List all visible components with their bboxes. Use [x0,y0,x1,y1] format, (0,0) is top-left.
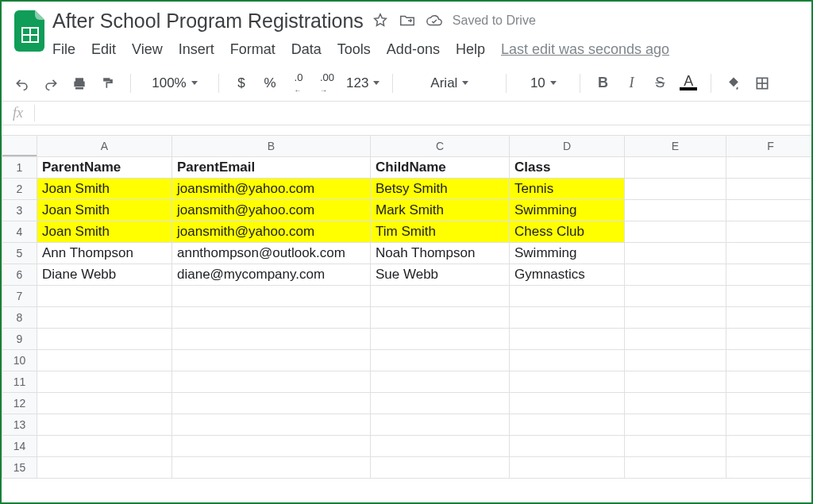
column-header-A[interactable]: A [37,136,172,157]
cell-B3[interactable]: joansmith@yahoo.com [172,200,371,221]
cell-E11[interactable] [625,371,726,393]
cell-F1[interactable] [726,157,812,179]
row-header[interactable]: 9 [2,329,37,350]
cell-B9[interactable] [172,329,371,350]
cell-F7[interactable] [726,286,812,307]
cell-D6[interactable]: Gymnastics [510,264,625,286]
cell-E7[interactable] [625,286,726,307]
cell-D12[interactable] [510,393,625,414]
cell-D1[interactable]: Class [510,157,625,179]
menu-tools[interactable]: Tools [337,41,371,58]
cell-F15[interactable] [726,457,812,479]
cell-C4[interactable]: Tim Smith [371,221,510,243]
cell-A11[interactable] [37,371,172,393]
cell-C6[interactable]: Sue Webb [371,264,510,286]
cell-B11[interactable] [172,371,371,393]
cell-F3[interactable] [726,200,812,221]
column-header-E[interactable]: E [625,136,726,157]
cell-A12[interactable] [37,393,172,414]
row-header[interactable]: 15 [2,457,37,479]
cell-C9[interactable] [371,329,510,350]
cell-F11[interactable] [726,371,812,393]
cell-B4[interactable]: joansmith@yahoo.com [172,221,371,243]
cell-F2[interactable] [726,179,812,200]
cell-D15[interactable] [510,457,625,479]
cell-D3[interactable]: Swimming [510,200,625,221]
cell-A2[interactable]: Joan Smith [37,179,172,200]
cell-E3[interactable] [625,200,726,221]
cell-C13[interactable] [371,414,510,436]
cell-F10[interactable] [726,350,812,371]
font-family-dropdown[interactable]: Arial [406,72,493,94]
cell-B1[interactable]: ParentEmail [172,157,371,179]
select-all-corner[interactable] [2,136,37,157]
column-header-C[interactable]: C [371,136,510,157]
menu-help[interactable]: Help [456,41,485,58]
cell-D4[interactable]: Chess Club [510,221,625,243]
row-header[interactable]: 8 [2,307,37,329]
cell-E6[interactable] [625,264,726,286]
currency-button[interactable]: $ [232,72,251,94]
cell-C5[interactable]: Noah Thompson [371,243,510,264]
star-icon[interactable] [372,12,389,29]
cell-B10[interactable] [172,350,371,371]
increase-decimals-button[interactable]: .00→ [318,72,337,94]
cell-D9[interactable] [510,329,625,350]
cell-B8[interactable] [172,307,371,329]
column-header-F[interactable]: F [726,136,812,157]
cell-D7[interactable] [510,286,625,307]
cell-E1[interactable] [625,157,726,179]
cell-A4[interactable]: Joan Smith [37,221,172,243]
cell-C2[interactable]: Betsy Smith [371,179,510,200]
cell-F14[interactable] [726,436,812,457]
redo-button[interactable] [41,72,60,94]
cell-E13[interactable] [625,414,726,436]
row-header[interactable]: 5 [2,243,37,264]
cell-D10[interactable] [510,350,625,371]
undo-button[interactable] [13,72,32,94]
cell-A6[interactable]: Diane Webb [37,264,172,286]
formula-input[interactable] [35,102,811,125]
fill-color-button[interactable] [724,72,743,94]
cell-E2[interactable] [625,179,726,200]
cell-D8[interactable] [510,307,625,329]
row-header[interactable]: 3 [2,200,37,221]
document-title[interactable]: After School Program Registrations [52,10,364,33]
text-color-button[interactable]: A [679,72,698,94]
cell-F9[interactable] [726,329,812,350]
cloud-saved-icon[interactable] [426,12,443,29]
cell-C7[interactable] [371,286,510,307]
row-header[interactable]: 4 [2,221,37,243]
row-header[interactable]: 10 [2,350,37,371]
cell-A14[interactable] [37,436,172,457]
menu-edit[interactable]: Edit [91,41,116,58]
cell-C12[interactable] [371,393,510,414]
cell-B12[interactable] [172,393,371,414]
column-header-B[interactable]: B [172,136,371,157]
cell-A13[interactable] [37,414,172,436]
cell-D5[interactable]: Swimming [510,243,625,264]
cell-E12[interactable] [625,393,726,414]
cell-F13[interactable] [726,414,812,436]
cell-A8[interactable] [37,307,172,329]
cell-F6[interactable] [726,264,812,286]
cell-A15[interactable] [37,457,172,479]
cell-B14[interactable] [172,436,371,457]
cell-C3[interactable]: Mark Smith [371,200,510,221]
cell-A10[interactable] [37,350,172,371]
cell-C10[interactable] [371,350,510,371]
cell-B7[interactable] [172,286,371,307]
cell-C11[interactable] [371,371,510,393]
cell-B6[interactable]: diane@mycompany.com [172,264,371,286]
last-edit-link[interactable]: Last edit was seconds ago [501,41,669,58]
cell-E14[interactable] [625,436,726,457]
strikethrough-button[interactable]: S [650,72,669,94]
column-header-D[interactable]: D [510,136,625,157]
cell-E4[interactable] [625,221,726,243]
move-icon[interactable] [399,12,416,29]
cell-C8[interactable] [371,307,510,329]
cell-F4[interactable] [726,221,812,243]
cell-A9[interactable] [37,329,172,350]
borders-button[interactable] [753,72,772,94]
row-header[interactable]: 2 [2,179,37,200]
